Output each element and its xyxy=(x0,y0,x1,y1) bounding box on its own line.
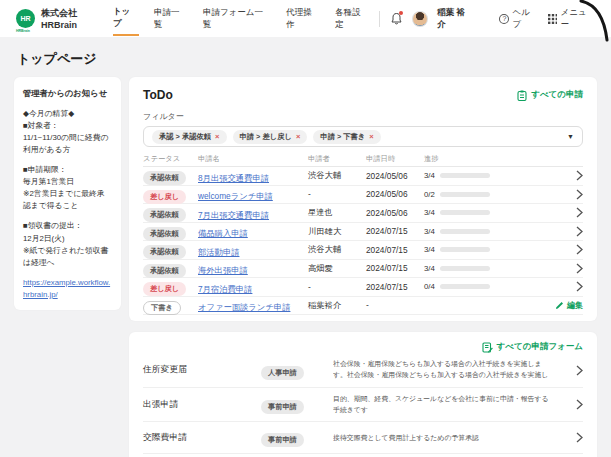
company-name: 株式会社HRBrain xyxy=(41,7,113,30)
notification-bell-icon[interactable] xyxy=(390,12,403,26)
row-chevron-button[interactable] xyxy=(576,226,583,237)
filter-dropdown-caret[interactable]: ▼ xyxy=(567,133,574,140)
progress-cell: 0/4 xyxy=(424,282,547,291)
forms-list: 住所変更届人事申請社会保険・雇用保険どちらも加入する場合の入社手続きを実施します… xyxy=(143,353,583,457)
nav-item-3[interactable]: 申請フォーム一覧 xyxy=(203,2,271,35)
request-name-cell: welcomeランチ申請 xyxy=(198,185,308,203)
page-title: トップページ xyxy=(0,37,611,77)
progress-bar xyxy=(440,247,490,252)
todo-row[interactable]: 承認依頼7月出張交通費申請星達也2024/05/063/4 xyxy=(143,204,583,223)
todo-row[interactable]: 差し戻しwelcomeランチ申請-2024/05/060/2 xyxy=(143,186,583,205)
form-chevron-button[interactable] xyxy=(576,399,583,410)
form-description: 接待交際費として費用計上するための予算承認 xyxy=(333,433,565,444)
status-cell: 差し戻し xyxy=(143,185,198,204)
hrbrain-logo-icon: HR HRBrain xyxy=(16,9,35,28)
applicant-cell: - xyxy=(308,282,366,292)
filter-chip-1[interactable]: 承認 > 承認依頼 × xyxy=(152,130,227,144)
notice-link[interactable]: https://example.workflow.hrbrain.jp/ xyxy=(23,278,110,299)
progress-cell: 3/4 xyxy=(424,227,547,236)
row-chevron-button[interactable] xyxy=(576,189,583,200)
applicant-cell: 渋谷大輔 xyxy=(308,170,366,181)
form-action-cell xyxy=(565,432,583,443)
form-row[interactable]: 交際費申請事前申請接待交際費として費用計上するための予算承認 xyxy=(143,422,583,454)
notice-body: ◆今月の精算◆ ■対象者： 11/1~11/30の間に経費の利用がある方■申請期… xyxy=(23,108,112,269)
nav-item-2[interactable]: 申請一覧 xyxy=(154,2,188,35)
nav-item-1[interactable]: トップ xyxy=(113,1,139,36)
row-chevron-button[interactable] xyxy=(576,244,583,255)
request-link[interactable]: welcomeランチ申請 xyxy=(198,191,273,201)
filter-chip-remove-icon[interactable]: × xyxy=(215,132,219,141)
form-edit-icon xyxy=(482,342,493,353)
form-chevron-button[interactable] xyxy=(576,432,583,443)
request-link[interactable]: 海外出張申請 xyxy=(198,265,248,275)
clipboard-icon xyxy=(517,90,527,101)
form-chevron-button[interactable] xyxy=(576,365,583,376)
todo-row[interactable]: 下書きオファー面談ランチ申請稲葉裕介-編集 xyxy=(143,297,583,316)
request-name-cell: 備品購入申請 xyxy=(198,222,308,240)
progress-cell: 0/2 xyxy=(424,190,547,199)
row-chevron-button[interactable] xyxy=(576,207,583,218)
progress-bar xyxy=(440,266,490,271)
filter-chip-2[interactable]: 申請 > 差し戻し × xyxy=(233,130,308,144)
request-link[interactable]: 7月出張交通費申請 xyxy=(198,210,269,220)
help-button[interactable]: ? ヘルプ xyxy=(499,7,538,31)
notice-paragraph-3: ■領収書の提出： 12月2日(火) ※紙で発行された領収書は経理へ xyxy=(23,220,112,268)
progress-bar xyxy=(440,192,490,197)
form-category-cell: 事前申請 xyxy=(261,395,333,414)
chevron-right-icon xyxy=(576,244,583,255)
filter-chip-3[interactable]: 申請 > 下書き × xyxy=(313,130,380,144)
request-name-cell: 部活動申請 xyxy=(198,241,308,259)
form-row[interactable]: 住所変更届人事申請社会保険・雇用保険どちらも加入する場合の入社手続きを実施します… xyxy=(143,353,583,388)
nav-item-4[interactable]: 代理操作 xyxy=(286,2,320,35)
row-chevron-button[interactable] xyxy=(576,263,583,274)
request-name-cell: 8月出張交通費申請 xyxy=(198,167,308,185)
request-link[interactable]: 7月宿泊費申請 xyxy=(198,284,252,294)
form-row[interactable]: 出張申請事前申請目的、期間、経費、スケジュールなどを会社に事前に申請・報告する手… xyxy=(143,388,583,422)
header-divider xyxy=(379,11,380,27)
notice-title: 管理者からのお知らせ xyxy=(23,87,112,100)
notification-badge xyxy=(399,11,403,15)
user-avatar[interactable] xyxy=(412,11,428,27)
column-header-4: 申請日時 xyxy=(366,154,424,164)
request-link[interactable]: オファー面談ランチ申請 xyxy=(198,302,290,312)
forms-card: すべての申請フォーム 住所変更届人事申請社会保険・雇用保険どちらも加入する場合の… xyxy=(129,332,597,457)
applicant-cell: 高畑愛 xyxy=(308,263,366,274)
row-action-cell xyxy=(547,170,583,181)
all-forms-link[interactable]: すべての申請フォーム xyxy=(482,341,583,353)
date-cell: 2024/07/15 xyxy=(366,226,424,236)
row-action-cell xyxy=(547,207,583,218)
edit-label: 編集 xyxy=(567,300,583,311)
brand-logo[interactable]: HR HRBrain 株式会社HRBrain xyxy=(16,7,113,30)
menu-button[interactable]: メニュー xyxy=(548,7,596,31)
filter-chip-remove-icon[interactable]: × xyxy=(369,132,373,141)
chevron-right-icon xyxy=(576,189,583,200)
todo-table-body: 承認依頼8月出張交通費申請渋谷大輔2024/05/063/4差し戻しwelcom… xyxy=(143,167,583,315)
status-cell: 承認依頼 xyxy=(143,203,198,222)
request-link[interactable]: 備品購入申請 xyxy=(198,228,248,238)
nav-item-5[interactable]: 各種設定 xyxy=(335,2,369,35)
request-link[interactable]: 部活動申請 xyxy=(198,247,239,257)
todo-row[interactable]: 承認依頼部活動申請渋谷大輔2024/07/153/4 xyxy=(143,241,583,260)
row-action-cell xyxy=(547,263,583,274)
column-header-1: ステータス xyxy=(143,154,198,164)
row-chevron-button[interactable] xyxy=(576,281,583,292)
date-cell: 2024/07/15 xyxy=(366,245,424,255)
progress-label: 3/4 xyxy=(424,227,435,236)
todo-row[interactable]: 承認依頼8月出張交通費申請渋谷大輔2024/05/063/4 xyxy=(143,167,583,186)
filter-bar[interactable]: 承認 > 承認依頼 ×申請 > 差し戻し ×申請 > 下書き ×▼ xyxy=(143,126,583,147)
chevron-right-icon xyxy=(576,207,583,218)
request-link[interactable]: 8月出張交通費申請 xyxy=(198,173,269,183)
form-category-badge: 事前申請 xyxy=(261,400,304,414)
filter-chip-remove-icon[interactable]: × xyxy=(296,132,300,141)
todo-row[interactable]: 差し戻し7月宿泊費申請-2024/07/150/4 xyxy=(143,278,583,297)
notice-paragraph-1: ◆今月の精算◆ ■対象者： 11/1~11/30の間に経費の利用がある方 xyxy=(23,108,112,156)
todo-row[interactable]: 承認依頼海外出張申請高畑愛2024/07/153/4 xyxy=(143,260,583,279)
help-icon: ? xyxy=(499,14,509,24)
row-chevron-button[interactable] xyxy=(576,170,583,181)
status-badge: 承認依頼 xyxy=(143,264,186,278)
progress-cell: 3/4 xyxy=(424,208,547,217)
form-category-cell: 人事申請 xyxy=(261,361,333,380)
todo-row[interactable]: 承認依頼備品購入申請川田雄大2024/07/153/4 xyxy=(143,223,583,242)
edit-button[interactable]: 編集 xyxy=(555,300,583,311)
all-requests-link[interactable]: すべての申請 xyxy=(517,89,583,101)
